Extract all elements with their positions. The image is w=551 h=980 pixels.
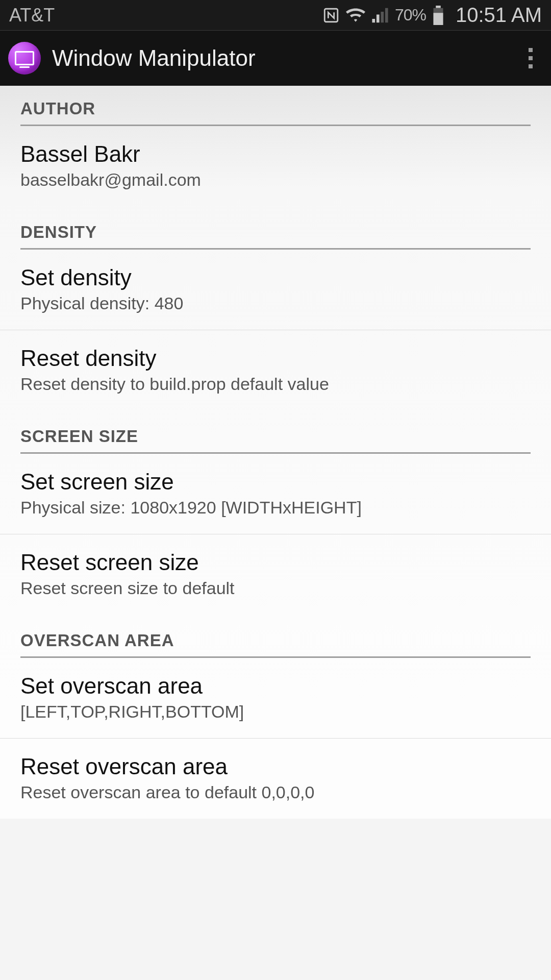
svg-rect-1 — [436, 6, 441, 8]
pref-author[interactable]: Bassel Bakr basselbakr@gmail.com — [0, 126, 551, 206]
pref-set-density[interactable]: Set density Physical density: 480 — [0, 250, 551, 330]
section-header-overscan: OVERSCAN AREA — [20, 617, 531, 658]
pref-summary: Reset screen size to default — [20, 578, 531, 598]
pref-set-overscan[interactable]: Set overscan area [LEFT,TOP,RIGHT,BOTTOM… — [0, 658, 551, 739]
pref-title: Reset density — [20, 346, 531, 371]
pref-reset-screen-size[interactable]: Reset screen size Reset screen size to d… — [0, 534, 551, 615]
carrier-label: AT&T — [9, 5, 322, 26]
pref-set-screen-size[interactable]: Set screen size Physical size: 551x980… — [0, 454, 551, 534]
pref-title: Set density — [20, 265, 531, 290]
pref-reset-overscan[interactable]: Reset overscan area Reset overscan area … — [0, 739, 551, 819]
signal-icon — [371, 8, 389, 23]
section-header-author: AUTHOR — [20, 86, 531, 126]
pref-summary: Physical density: 480 — [20, 293, 531, 313]
app-icon — [8, 42, 41, 75]
app-title: Window Manipulator — [52, 45, 520, 71]
pref-summary: [LEFT,TOP,RIGHT,BOTTOM] — [20, 702, 531, 722]
section-header-screen-size: SCREEN SIZE — [20, 412, 531, 454]
nfc-icon — [322, 7, 340, 24]
pref-summary: Physical size: 551x980 [WIDTHxHEIGHT] — [20, 498, 531, 518]
pref-summary: Reset overscan area to default 0,0,0,0 — [20, 782, 531, 802]
author-name: Bassel Bakr — [20, 141, 531, 167]
preferences-list: AUTHOR Bassel Bakr basselbakr@gmail.com … — [0, 86, 551, 819]
clock: 10:51 AM — [456, 4, 542, 27]
pref-title: Set screen size — [20, 469, 531, 495]
battery-percent: 70% — [395, 6, 426, 24]
svg-rect-3 — [433, 13, 443, 25]
pref-title: Reset overscan area — [20, 754, 531, 779]
pref-summary: Reset density to build.prop default valu… — [20, 374, 531, 394]
pref-title: Set overscan area — [20, 673, 531, 699]
wifi-icon — [346, 7, 365, 23]
status-bar: AT&T 70% 10:51 AM — [0, 0, 551, 31]
pref-title: Reset screen size — [20, 550, 531, 575]
section-header-density: DENSITY — [20, 208, 531, 250]
battery-icon — [432, 6, 444, 25]
action-bar: Window Manipulator — [0, 31, 551, 86]
pref-reset-density[interactable]: Reset density Reset density to build.pro… — [0, 330, 551, 410]
status-icons: 70% 10:51 AM — [322, 4, 542, 27]
overflow-menu-icon[interactable] — [520, 43, 541, 74]
author-email: basselbakr@gmail.com — [20, 170, 531, 190]
